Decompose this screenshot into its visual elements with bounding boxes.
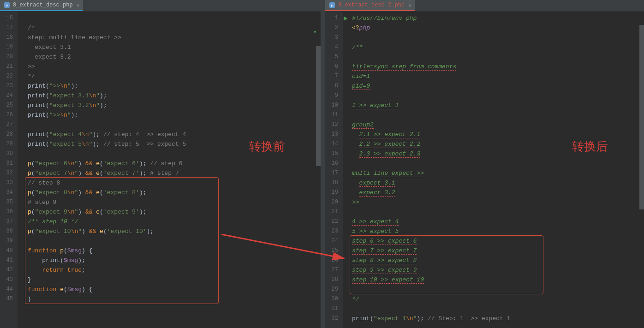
- tab-filename-right: 8_extract_desc 2.php: [338, 2, 405, 8]
- tab-file-left[interactable]: P 8_extract_desc.php ✕: [0, 0, 83, 11]
- annotation-label-before: 转换前: [249, 138, 285, 155]
- scrollbar-left[interactable]: [316, 23, 321, 328]
- tabbar-left: P 8_extract_desc.php ✕: [0, 0, 321, 12]
- php-file-icon: P: [4, 2, 10, 8]
- tabbar-right: P 8_extract_desc 2.php ✕: [325, 0, 644, 12]
- php-file-icon: P: [329, 2, 335, 8]
- pane-splitter[interactable]: [321, 0, 325, 328]
- code-left[interactable]: /*step: multi line expect >> expect 3.1 …: [18, 12, 321, 328]
- scrollbar-right[interactable]: [639, 23, 644, 328]
- code-right[interactable]: #!/usr/bin/env php<?php/**title=sync ste…: [343, 12, 644, 328]
- close-icon[interactable]: ✕: [408, 2, 411, 8]
- svg-text:P: P: [331, 4, 333, 8]
- annotation-label-after: 转换后: [572, 138, 608, 155]
- editor-left[interactable]: 1617181920212223242526272829303132333435…: [0, 12, 321, 328]
- gutter-right: 1234567891011121314151617181920212223242…: [325, 12, 343, 328]
- tab-file-right[interactable]: P 8_extract_desc 2.php ✕: [325, 0, 415, 11]
- gutter-left: 1617181920212223242526272829303132333435…: [0, 12, 18, 328]
- workspace: P 8_extract_desc.php ✕ 16171819202122232…: [0, 0, 644, 328]
- close-icon[interactable]: ✕: [77, 2, 80, 8]
- svg-text:P: P: [6, 4, 8, 8]
- editor-pane-left: P 8_extract_desc.php ✕ 16171819202122232…: [0, 0, 321, 328]
- tab-filename-left: 8_extract_desc.php: [13, 2, 73, 8]
- editor-right[interactable]: 1234567891011121314151617181920212223242…: [325, 12, 644, 328]
- editor-pane-right: P 8_extract_desc 2.php ✕ 123456789101112…: [325, 0, 644, 328]
